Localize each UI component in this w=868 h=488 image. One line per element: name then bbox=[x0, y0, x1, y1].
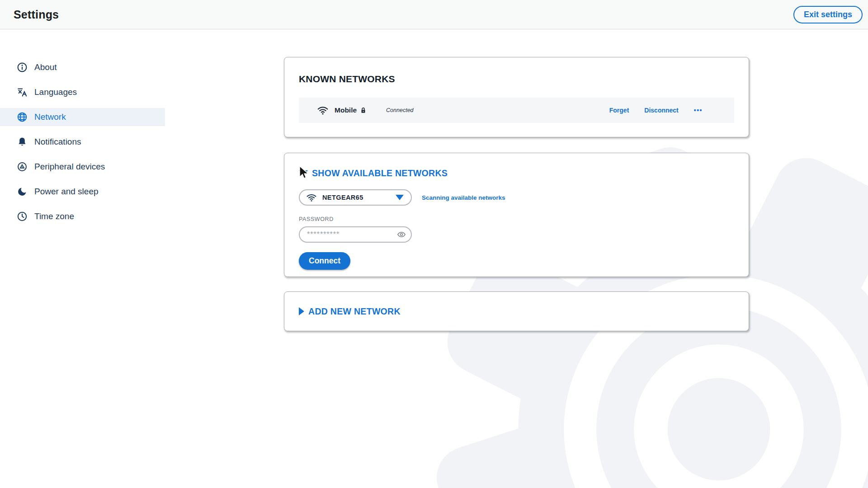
scanning-status-link[interactable]: Scanning available networks bbox=[422, 194, 505, 201]
forget-link[interactable]: Forget bbox=[609, 107, 629, 114]
peripheral-icon bbox=[17, 161, 28, 172]
sidebar-item-label: Time zone bbox=[34, 211, 74, 221]
sidebar-item-power-and-sleep[interactable]: Power and sleep bbox=[0, 183, 165, 201]
known-networks-card: KNOWN NETWORKS Mobile Connected Forget D… bbox=[284, 57, 749, 137]
settings-sidebar: About Languages Network Notifications Pe… bbox=[0, 29, 165, 232]
available-networks-card: SHOW AVAILABLE NETWORKS NETGEAR65 Scanni… bbox=[284, 153, 749, 277]
sidebar-item-languages[interactable]: Languages bbox=[0, 83, 165, 101]
bell-icon bbox=[17, 136, 28, 147]
sidebar-item-label: About bbox=[34, 62, 57, 72]
globe-icon bbox=[17, 112, 28, 122]
sidebar-item-peripheral-devices[interactable]: Peripheral devices bbox=[0, 158, 165, 176]
translate-icon bbox=[17, 87, 28, 98]
available-networks-title: SHOW AVAILABLE NETWORKS bbox=[312, 168, 448, 178]
password-label: PASSWORD bbox=[299, 216, 734, 222]
page-title: Settings bbox=[14, 8, 59, 21]
connect-button[interactable]: Connect bbox=[299, 252, 350, 270]
add-network-card: ADD NEW NETWORK bbox=[284, 291, 749, 331]
network-status: Connected bbox=[386, 107, 413, 113]
sidebar-item-label: Power and sleep bbox=[34, 187, 99, 197]
known-networks-title: KNOWN NETWORKS bbox=[299, 74, 734, 84]
chevron-down-icon bbox=[299, 170, 308, 176]
chevron-right-icon bbox=[299, 307, 304, 315]
network-select-dropdown[interactable]: NETGEAR65 bbox=[299, 189, 412, 206]
info-icon bbox=[17, 62, 28, 73]
clock-icon bbox=[17, 211, 28, 222]
sidebar-item-time-zone[interactable]: Time zone bbox=[0, 207, 165, 225]
network-settings-main: KNOWN NETWORKS Mobile Connected Forget D… bbox=[284, 57, 749, 331]
password-field[interactable] bbox=[299, 226, 412, 243]
lock-icon bbox=[360, 107, 367, 114]
sidebar-item-notifications[interactable]: Notifications bbox=[0, 133, 165, 151]
sidebar-item-label: Peripheral devices bbox=[34, 162, 105, 172]
sidebar-item-label: Network bbox=[34, 112, 66, 122]
moon-icon bbox=[17, 186, 28, 197]
dropdown-caret-icon bbox=[396, 195, 404, 200]
sidebar-item-label: Languages bbox=[34, 87, 77, 97]
more-options-button[interactable]: ••• bbox=[694, 107, 703, 114]
show-available-networks-toggle[interactable]: SHOW AVAILABLE NETWORKS bbox=[299, 168, 734, 178]
network-name: Mobile bbox=[335, 106, 357, 114]
add-network-title: ADD NEW NETWORK bbox=[308, 306, 401, 317]
wifi-icon bbox=[317, 104, 329, 116]
settings-header: Settings Exit settings bbox=[0, 0, 868, 29]
selected-network-name: NETGEAR65 bbox=[322, 194, 363, 201]
sidebar-item-network[interactable]: Network bbox=[0, 108, 165, 126]
show-password-eye-icon[interactable] bbox=[397, 230, 406, 239]
known-network-row: Mobile Connected Forget Disconnect ••• bbox=[299, 98, 734, 123]
sidebar-item-label: Notifications bbox=[34, 137, 81, 147]
add-new-network-toggle[interactable]: ADD NEW NETWORK bbox=[299, 306, 401, 317]
sidebar-item-about[interactable]: About bbox=[0, 58, 165, 76]
wifi-icon bbox=[306, 192, 317, 203]
disconnect-link[interactable]: Disconnect bbox=[644, 107, 678, 114]
exit-settings-button[interactable]: Exit settings bbox=[793, 6, 863, 23]
